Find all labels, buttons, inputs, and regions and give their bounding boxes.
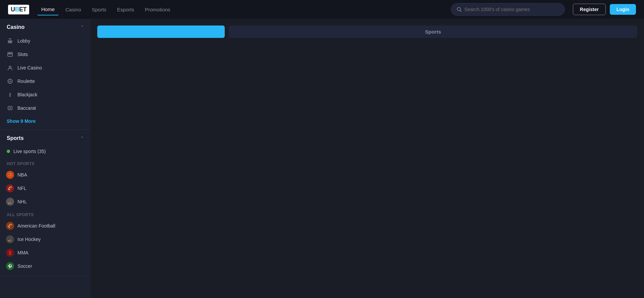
sidebar-item-nhl-label: NHL	[17, 199, 27, 204]
nav-promotions[interactable]: Promotions	[141, 4, 174, 15]
sidebar-item-roulette[interactable]: Roulette	[0, 74, 91, 88]
svg-rect-6	[9, 41, 11, 43]
svg-point-18	[9, 95, 11, 97]
sidebar-item-slots-label: Slots	[17, 52, 28, 57]
soccer-icon: ⚽	[7, 263, 13, 269]
nav-esports[interactable]: Esports	[113, 4, 138, 15]
logo-image: UBET	[8, 5, 29, 14]
sidebar-item-mma[interactable]: 🥊 MMA	[0, 246, 91, 259]
sidebar-item-soccer-label: Soccer	[17, 263, 32, 269]
header: UBET Home Casino Sports Esports Promotio…	[0, 0, 644, 19]
lobby-icon	[7, 38, 13, 44]
show-more[interactable]: Show 9 More	[0, 115, 91, 130]
mma-icon: 🥊	[7, 249, 13, 256]
sidebar-item-soccer[interactable]: ⚽ Soccer	[0, 259, 91, 273]
show-more-label: Show 9 More	[7, 118, 36, 124]
nav-casino[interactable]: Casino	[61, 4, 85, 15]
sidebar-item-nfl-label: NFL	[17, 186, 26, 191]
nba-icon: 🏀	[7, 171, 13, 178]
svg-line-1	[460, 10, 462, 12]
svg-rect-5	[11, 41, 12, 43]
main-container: Casino ⌃ Lobby	[0, 0, 644, 298]
nfl-icon: 🏈	[7, 185, 13, 192]
live-casino-icon	[7, 64, 13, 71]
sidebar-item-nba-label: NBA	[17, 172, 27, 178]
tab-sports[interactable]: Sports	[229, 26, 637, 38]
casino-section-title: Casino	[7, 24, 24, 30]
svg-point-11	[9, 66, 11, 68]
sidebar-item-nfl[interactable]: 🏈 NFL	[0, 182, 91, 195]
login-button[interactable]: Login	[610, 4, 636, 15]
sidebar-item-baccarat-label: Baccarat	[17, 105, 36, 111]
content-tabs: Sports	[97, 26, 637, 38]
sports-chevron-icon: ⌃	[80, 136, 84, 141]
search-input[interactable]	[465, 7, 559, 12]
sidebar: Casino ⌃ Lobby	[0, 19, 91, 298]
sidebar-item-live-casino[interactable]: Live Casino	[0, 61, 91, 74]
nhl-icon: 🏒	[7, 198, 13, 205]
sidebar-item-nba[interactable]: 🏀 NBA	[0, 168, 91, 182]
live-sports-item[interactable]: Live sports (35)	[0, 145, 91, 157]
roulette-icon	[7, 78, 13, 85]
sidebar-item-live-casino-label: Live Casino	[17, 65, 42, 70]
svg-rect-10	[11, 53, 12, 54]
sidebar-item-lobby-label: Lobby	[17, 38, 30, 44]
svg-rect-4	[8, 41, 9, 43]
svg-rect-8	[8, 53, 9, 54]
svg-rect-9	[10, 53, 11, 54]
search-icon	[457, 7, 462, 12]
main-nav: Home Casino Sports Esports Promotions	[37, 4, 443, 15]
casino-section-header[interactable]: Casino ⌃	[0, 19, 91, 34]
sidebar-item-mma-label: MMA	[17, 250, 29, 255]
sports-section-title: Sports	[7, 135, 24, 141]
sidebar-item-blackjack-label: Blackjack	[17, 92, 37, 97]
all-sports-label: All sports	[0, 208, 91, 219]
ice-hockey-icon: 🏒	[7, 236, 13, 243]
sidebar-item-nhl[interactable]: 🏒 NHL	[0, 195, 91, 208]
sidebar-item-baccarat[interactable]: Baccarat	[0, 101, 91, 115]
svg-point-13	[9, 81, 11, 82]
sidebar-item-roulette-label: Roulette	[17, 79, 35, 84]
sidebar-item-blackjack[interactable]: Blackjack	[0, 88, 91, 101]
casino-section: Casino ⌃ Lobby	[0, 19, 91, 130]
nav-sports[interactable]: Sports	[88, 4, 110, 15]
logo[interactable]: UBET	[8, 5, 29, 14]
svg-rect-2	[8, 41, 12, 41]
casino-chevron-icon: ⌃	[80, 25, 84, 30]
search-bar[interactable]	[451, 3, 565, 16]
blackjack-icon	[7, 91, 13, 98]
live-sports-label: Live sports (35)	[13, 149, 46, 154]
sports-section-header[interactable]: Sports ⌃	[0, 130, 91, 145]
content-area: Sports	[91, 19, 644, 298]
sidebar-item-ice-hockey[interactable]: 🏒 Ice Hockey	[0, 233, 91, 246]
sidebar-item-ice-hockey-label: Ice Hockey	[17, 237, 41, 242]
sidebar-item-lobby[interactable]: Lobby	[0, 34, 91, 48]
svg-point-20	[9, 107, 11, 109]
tab-casino[interactable]	[97, 26, 225, 38]
nav-home[interactable]: Home	[37, 4, 59, 15]
sports-section: Sports ⌃ Live sports (35) Hot sports 🏀 N…	[0, 130, 91, 276]
register-button[interactable]: Register	[573, 4, 606, 15]
sidebar-item-slots[interactable]: Slots	[0, 48, 91, 61]
slots-icon	[7, 51, 13, 58]
live-dot-icon	[7, 150, 10, 153]
header-actions: Register Login	[573, 4, 636, 15]
hot-sports-label: Hot sports	[0, 157, 91, 168]
american-football-icon: 🏈	[7, 222, 13, 229]
baccarat-icon	[7, 105, 13, 111]
sidebar-item-american-football[interactable]: 🏈 American Football	[0, 219, 91, 233]
svg-rect-3	[9, 39, 11, 39]
sidebar-item-american-football-label: American Football	[17, 223, 55, 229]
